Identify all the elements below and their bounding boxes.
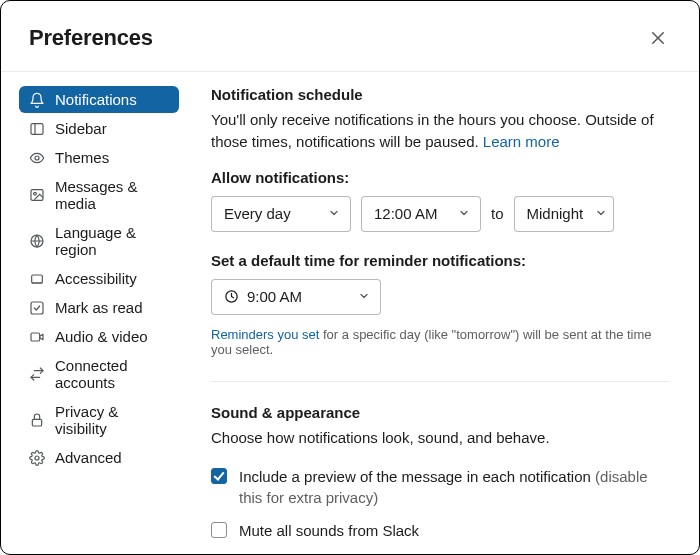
eye-icon xyxy=(29,150,45,166)
sidebar-item-accessibility[interactable]: Accessibility xyxy=(19,265,179,292)
image-icon xyxy=(29,187,45,203)
accessibility-icon xyxy=(29,271,45,287)
sidebar-item-label: Notifications xyxy=(55,91,137,108)
svg-point-6 xyxy=(34,192,37,195)
reminder-hint: Reminders you set for a specific day (li… xyxy=(211,327,669,357)
learn-more-link[interactable]: Learn more xyxy=(483,133,560,150)
swap-icon xyxy=(29,366,45,382)
close-button[interactable] xyxy=(641,21,675,55)
allow-end-time-select[interactable]: Midnight xyxy=(514,196,614,232)
chevron-down-icon xyxy=(458,205,470,222)
sidebar-item-sidebar[interactable]: Sidebar xyxy=(19,115,179,142)
sidebar-item-privacy-visibility[interactable]: Privacy & visibility xyxy=(19,398,179,442)
to-label: to xyxy=(491,205,504,222)
svg-rect-2 xyxy=(31,123,43,134)
reminder-time-select[interactable]: 9:00 AM xyxy=(211,279,381,315)
svg-point-4 xyxy=(35,156,39,160)
sidebar-item-themes[interactable]: Themes xyxy=(19,144,179,171)
sidebar-item-mark-as-read[interactable]: Mark as read xyxy=(19,294,179,321)
sidebar-item-language-region[interactable]: Language & region xyxy=(19,219,179,263)
page-title: Preferences xyxy=(29,25,153,51)
gear-icon xyxy=(29,450,45,466)
sidebar-item-label: Connected accounts xyxy=(55,357,169,391)
preview-checkbox-label: Include a preview of the message in each… xyxy=(239,466,669,508)
sidebar-item-connected-accounts[interactable]: Connected accounts xyxy=(19,352,179,396)
svg-rect-5 xyxy=(31,190,43,201)
allow-day-select[interactable]: Every day xyxy=(211,196,351,232)
video-icon xyxy=(29,329,45,345)
divider xyxy=(211,381,669,382)
sidebar-item-label: Sidebar xyxy=(55,120,107,137)
mute-checkbox-label: Mute all sounds from Slack xyxy=(239,520,419,541)
preferences-content[interactable]: Notification schedule You'll only receiv… xyxy=(191,72,699,554)
svg-point-17 xyxy=(35,456,39,460)
reminder-default-label: Set a default time for reminder notifica… xyxy=(211,252,669,269)
section-title-sound: Sound & appearance xyxy=(211,404,669,421)
section-title-schedule: Notification schedule xyxy=(211,86,669,103)
allow-start-time-select[interactable]: 12:00 AM xyxy=(361,196,481,232)
preferences-sidebar: NotificationsSidebarThemesMessages & med… xyxy=(1,72,191,554)
check-icon xyxy=(29,300,45,316)
section-desc-sound: Choose how notifications look, sound, an… xyxy=(211,427,669,449)
section-desc-schedule: You'll only receive notifications in the… xyxy=(211,109,669,153)
allow-notifications-label: Allow notifications: xyxy=(211,169,669,186)
sidebar-item-advanced[interactable]: Advanced xyxy=(19,444,179,471)
bell-icon xyxy=(29,92,45,108)
lock-icon xyxy=(29,412,45,428)
sidebar-item-label: Advanced xyxy=(55,449,122,466)
chevron-down-icon xyxy=(595,205,607,222)
globe-icon xyxy=(29,233,45,249)
sidebar-item-label: Mark as read xyxy=(55,299,143,316)
sidebar-item-label: Privacy & visibility xyxy=(55,403,169,437)
sidebar-item-label: Language & region xyxy=(55,224,169,258)
svg-rect-12 xyxy=(31,333,40,341)
clock-icon xyxy=(224,289,239,304)
mute-checkbox[interactable] xyxy=(211,522,227,538)
reminders-you-set-link[interactable]: Reminders you set xyxy=(211,327,319,342)
sidebar-item-audio-video[interactable]: Audio & video xyxy=(19,323,179,350)
sidebar-item-label: Themes xyxy=(55,149,109,166)
sidebar-item-notifications[interactable]: Notifications xyxy=(19,86,179,113)
chevron-down-icon xyxy=(358,288,370,305)
sidebar-icon xyxy=(29,121,45,137)
sidebar-item-messages-media[interactable]: Messages & media xyxy=(19,173,179,217)
svg-rect-9 xyxy=(32,275,43,283)
preview-checkbox[interactable] xyxy=(211,468,227,484)
sidebar-item-label: Audio & video xyxy=(55,328,148,345)
sidebar-item-label: Accessibility xyxy=(55,270,137,287)
close-icon xyxy=(649,29,667,47)
svg-rect-16 xyxy=(32,419,41,426)
svg-rect-11 xyxy=(31,302,43,314)
sidebar-item-label: Messages & media xyxy=(55,178,169,212)
chevron-down-icon xyxy=(328,205,340,222)
